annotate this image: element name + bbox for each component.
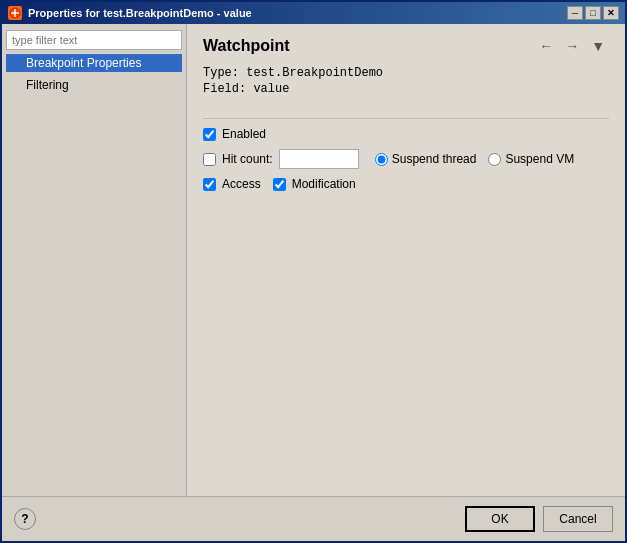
hit-count-label: Hit count:	[222, 152, 273, 166]
minimize-button[interactable]: ─	[567, 6, 583, 20]
hit-count-checkbox[interactable]	[203, 153, 216, 166]
enabled-checkbox[interactable]	[203, 128, 216, 141]
field-label: Field:	[203, 82, 246, 96]
sidebar: Breakpoint Properties Filtering	[2, 24, 187, 496]
suspend-vm-label: Suspend VM	[505, 152, 574, 166]
back-button[interactable]: ←	[535, 36, 557, 56]
access-modification-row: Access Modification	[203, 177, 609, 191]
type-value: test.BreakpointDemo	[246, 66, 383, 80]
title-bar-left: Properties for test.BreakpointDemo - val…	[8, 6, 252, 20]
window-title: Properties for test.BreakpointDemo - val…	[28, 7, 252, 19]
field-value: value	[253, 82, 289, 96]
separator	[203, 118, 609, 119]
suspend-thread-label: Suspend thread	[392, 152, 477, 166]
suspend-thread-radio[interactable]	[375, 153, 388, 166]
footer-left: ?	[14, 508, 36, 530]
close-button[interactable]: ✕	[603, 6, 619, 20]
type-line: Type: test.BreakpointDemo	[203, 66, 609, 80]
hit-count-row: Hit count: Suspend thread Suspend VM	[203, 149, 609, 169]
ok-button[interactable]: OK	[465, 506, 535, 532]
modification-checkbox-group: Modification	[273, 177, 356, 191]
hit-count-input[interactable]	[279, 149, 359, 169]
options-section: Enabled Hit count: Suspend thread	[203, 127, 609, 191]
forward-button[interactable]: →	[561, 36, 583, 56]
maximize-button[interactable]: □	[585, 6, 601, 20]
dropdown-button[interactable]: ▼	[587, 36, 609, 56]
suspend-thread-option: Suspend thread	[375, 152, 477, 166]
modification-label: Modification	[292, 177, 356, 191]
enabled-label: Enabled	[222, 127, 266, 141]
suspend-radio-group: Suspend thread Suspend VM	[375, 152, 574, 166]
panel-title: Watchpoint	[203, 37, 290, 55]
info-section: Type: test.BreakpointDemo Field: value	[203, 66, 609, 98]
title-bar: Properties for test.BreakpointDemo - val…	[2, 2, 625, 24]
footer-right: OK Cancel	[465, 506, 613, 532]
panel-toolbar: ← → ▼	[535, 36, 609, 56]
cancel-button[interactable]: Cancel	[543, 506, 613, 532]
field-line: Field: value	[203, 82, 609, 96]
help-button[interactable]: ?	[14, 508, 36, 530]
filter-input[interactable]	[6, 30, 182, 50]
enabled-row: Enabled	[203, 127, 609, 141]
access-label: Access	[222, 177, 261, 191]
suspend-vm-radio[interactable]	[488, 153, 501, 166]
access-checkbox[interactable]	[203, 178, 216, 191]
type-label: Type:	[203, 66, 239, 80]
footer: ? OK Cancel	[2, 496, 625, 541]
main-body: Breakpoint Properties Filtering Watchpoi…	[2, 24, 625, 496]
window-controls: ─ □ ✕	[567, 6, 619, 20]
modification-checkbox[interactable]	[273, 178, 286, 191]
sidebar-item-filtering[interactable]: Filtering	[6, 76, 182, 94]
sidebar-item-breakpoint-properties[interactable]: Breakpoint Properties	[6, 54, 182, 72]
window-icon	[8, 6, 22, 20]
right-panel: Watchpoint ← → ▼ Type: test.BreakpointDe…	[187, 24, 625, 496]
panel-header: Watchpoint ← → ▼	[203, 36, 609, 56]
suspend-vm-option: Suspend VM	[488, 152, 574, 166]
main-window: Properties for test.BreakpointDemo - val…	[0, 0, 627, 543]
access-checkbox-group: Access	[203, 177, 261, 191]
